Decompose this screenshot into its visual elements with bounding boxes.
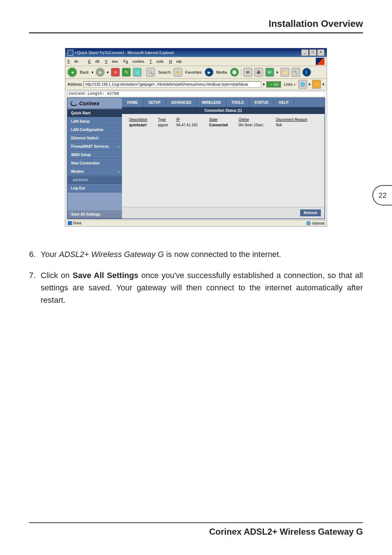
- col-online: Online: [236, 117, 274, 122]
- page-header: Installation Overview: [29, 18, 363, 29]
- connection-table: Description Type IP State Online Disconn…: [127, 117, 319, 128]
- status-bar: 🟦 Done Internet: [65, 220, 327, 226]
- window-title: >Quick Start>TryToConnect - Microsoft In…: [75, 50, 174, 55]
- windows-flag-icon: [316, 58, 324, 65]
- refresh-button[interactable]: ↻: [122, 68, 131, 77]
- col-description: Description: [127, 117, 156, 122]
- sidebar-modem[interactable]: Modem▸: [68, 167, 122, 176]
- menu-favorites[interactable]: Favorites: [123, 59, 144, 64]
- brand-logo: Corinex: [68, 98, 122, 109]
- status-done: 🟦 Done: [68, 221, 82, 225]
- sidebar-log-out[interactable]: Log Out: [68, 184, 122, 192]
- sidebar-ethernet-switch[interactable]: Ethernet Switch: [68, 134, 122, 142]
- search-icon[interactable]: 🔍: [146, 68, 155, 77]
- back-label[interactable]: Back: [80, 70, 89, 74]
- menu-view[interactable]: View: [105, 59, 118, 64]
- col-ip: IP: [174, 117, 207, 122]
- body-text: 6. Your ADSL2+ Wireless Gateway G is now…: [29, 248, 363, 306]
- print-button[interactable]: 🖶: [254, 68, 263, 77]
- save-all-settings-button[interactable]: Save All Settings: [68, 210, 122, 219]
- address-input[interactable]: http://192.168.1.1/cgi-bin/webcm?getpage…: [83, 81, 261, 87]
- menu-edit[interactable]: Edit: [88, 59, 99, 64]
- col-type: Type: [156, 117, 174, 122]
- router-tabs: HOME SETUP ADVANCED WIRELESS TOOLS STATU…: [122, 98, 324, 107]
- tab-advanced[interactable]: ADVANCED: [166, 98, 197, 107]
- address-label: Address: [68, 82, 82, 86]
- sidebar-new-connection[interactable]: New Connection: [68, 159, 122, 167]
- tab-home[interactable]: HOME: [122, 98, 143, 107]
- sidebar-lan-setup[interactable]: LAN Setup: [68, 117, 122, 126]
- back-button[interactable]: ◄: [68, 68, 77, 77]
- address-bar: Address http://192.168.1.1/cgi-bin/webcm…: [65, 79, 327, 90]
- stop-button[interactable]: ✕: [111, 68, 120, 77]
- arrow-icon: ▸: [118, 144, 120, 148]
- forward-button[interactable]: ►: [96, 68, 105, 77]
- menu-bar: File Edit View Favorites Tools Help: [65, 57, 327, 66]
- screenshot-frame: >Quick Start>TryToConnect - Microsoft In…: [65, 48, 327, 227]
- bluetooth-icon[interactable]: ᛒ: [302, 68, 311, 77]
- close-button[interactable]: ×: [317, 49, 324, 56]
- maximize-button[interactable]: □: [309, 49, 317, 56]
- favorites-label[interactable]: Favorites: [185, 70, 201, 74]
- sidebar-lan-config[interactable]: LAN Configuration: [68, 126, 122, 134]
- connection-status-header: Connection Status (1): [122, 107, 324, 114]
- tool-button[interactable]: 🔧: [291, 68, 300, 77]
- page-number: 22: [372, 185, 392, 205]
- sidebar-quick-start[interactable]: Quick Start: [68, 109, 122, 117]
- go-button[interactable]: → Go: [266, 81, 281, 87]
- sidebar-firewall[interactable]: Firewall/NAT Services▸: [68, 142, 122, 151]
- tab-setup[interactable]: SETUP: [143, 98, 166, 107]
- edit-button[interactable]: W: [265, 68, 274, 77]
- tab-wireless[interactable]: WIRELESS: [197, 98, 226, 107]
- menu-tools[interactable]: Tools: [150, 59, 164, 64]
- footer-rule: [29, 522, 363, 523]
- router-page: Corinex Quick Start LAN Setup LAN Config…: [67, 97, 325, 219]
- toolbar: ◄ Back ▾ ► ▾ ✕ ↻ ⌂ 🔍 Search ★ Favorites …: [65, 66, 327, 79]
- media-label[interactable]: Media: [216, 70, 227, 74]
- mail-button[interactable]: ✉: [244, 68, 252, 77]
- search-label[interactable]: Search: [158, 70, 171, 74]
- home-button[interactable]: ⌂: [133, 68, 142, 77]
- menu-help[interactable]: Help: [169, 59, 182, 64]
- sidebar-quickstart-link[interactable]: quickstart: [68, 176, 122, 184]
- sidebar-wan-setup[interactable]: WAN Setup: [68, 151, 122, 159]
- footer-text: Corinex ADSL2+ Wireless Gateway G: [29, 527, 363, 537]
- header-rule: [29, 32, 363, 33]
- internet-zone-icon: [306, 221, 311, 225]
- refresh-page-button[interactable]: Refresh: [300, 209, 321, 216]
- col-disconnect: Disconnect Reason: [274, 117, 319, 122]
- content-length: Content-Length: 42759: [67, 91, 325, 97]
- ie-icon: [68, 50, 73, 56]
- links-button[interactable]: Links »: [282, 82, 297, 87]
- status-zone: Internet: [312, 221, 324, 225]
- minimize-button[interactable]: _: [301, 49, 309, 56]
- extra-icon-1[interactable]: 🌐: [298, 80, 307, 89]
- swoosh-icon: [70, 101, 78, 106]
- tab-tools[interactable]: TOOLS: [226, 98, 249, 107]
- extra-icon-2[interactable]: →: [312, 80, 321, 89]
- table-row: quickstart pppoe 84.47.41.182 Connected …: [127, 122, 319, 128]
- window-titlebar: >Quick Start>TryToConnect - Microsoft In…: [65, 48, 327, 57]
- media-icon[interactable]: ▶: [205, 68, 213, 77]
- menu-file[interactable]: File: [68, 59, 83, 64]
- arrow-icon: ▸: [118, 170, 120, 174]
- favorites-icon[interactable]: ★: [173, 68, 182, 77]
- tab-status[interactable]: STATUS: [249, 98, 274, 107]
- history-button[interactable]: 🕒: [230, 68, 239, 77]
- col-state: State: [207, 117, 236, 122]
- folder-button[interactable]: 📁: [281, 68, 289, 77]
- tab-help[interactable]: HELP: [274, 98, 294, 107]
